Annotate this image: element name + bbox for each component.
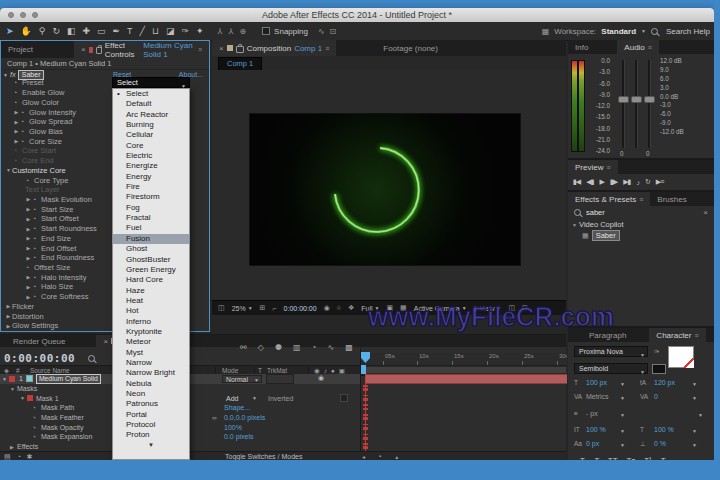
tab-brushes[interactable]: Brushes: [650, 192, 693, 206]
tab-effects-presets[interactable]: Effects & Presets ≡: [568, 192, 650, 206]
menu-item[interactable]: Fire: [113, 182, 189, 192]
eyedropper-icon[interactable]: ✑: [654, 348, 659, 356]
menu-item[interactable]: Haze: [113, 286, 189, 296]
timeline-search-icon[interactable]: [88, 355, 95, 362]
stopwatch-icon[interactable]: ◔: [25, 264, 34, 271]
menu-item[interactable]: Core: [113, 141, 189, 151]
timeline-zoom-slider[interactable]: ▪: [379, 453, 381, 460]
snapping-checkbox[interactable]: [262, 27, 270, 35]
workspace-select[interactable]: Standard: [601, 27, 636, 36]
minimize-window-button[interactable]: [20, 12, 26, 18]
camera-tool-icon[interactable]: ◧: [67, 22, 76, 40]
tab-info[interactable]: Info: [568, 40, 595, 54]
tab-character[interactable]: Character ≡: [649, 328, 705, 342]
tab-project[interactable]: Project: [1, 41, 40, 58]
chevron-down-icon[interactable]: ▼: [572, 222, 577, 228]
graph-editor-icon[interactable]: ∿: [327, 343, 334, 352]
blend-mode-select[interactable]: Normal ▼: [222, 375, 262, 383]
property-value[interactable]: Shape...: [224, 404, 250, 411]
menu-item[interactable]: Inferno: [113, 317, 189, 327]
audio-slider-knob[interactable]: [618, 96, 629, 103]
expand-arrow-icon[interactable]: ▶: [25, 235, 32, 241]
brainstorm-icon[interactable]: ▩: [345, 343, 353, 352]
zoom-window-button[interactable]: [32, 12, 38, 18]
draft-3d-icon[interactable]: ◇: [258, 343, 264, 352]
stopwatch-icon[interactable]: ◔: [32, 254, 41, 261]
trkmat-box[interactable]: [266, 374, 294, 384]
composition-button-icon[interactable]: ◔: [17, 453, 21, 460]
tab-composition[interactable]: × Composition Comp 1 ≡: [212, 40, 336, 56]
stopwatch-icon[interactable]: ◔: [32, 245, 41, 252]
expand-arrow-icon[interactable]: ▶: [25, 216, 32, 222]
expand-arrow-icon[interactable]: ▼: [5, 167, 12, 173]
close-icon[interactable]: ×: [81, 45, 86, 54]
menu-item[interactable]: Kryptonite: [113, 327, 189, 337]
stopwatch-icon[interactable]: ◔: [32, 433, 41, 440]
kerning-value[interactable]: Metrics: [586, 393, 609, 400]
zoom-tool-icon[interactable]: ⚲: [39, 22, 46, 40]
menu-item[interactable]: Hot: [113, 306, 189, 316]
expand-arrow-icon[interactable]: ▶: [25, 245, 32, 251]
search-help-input[interactable]: Search Help: [666, 27, 710, 36]
panel-menu-icon[interactable]: ≡: [639, 196, 643, 203]
stopwatch-icon[interactable]: ◔: [20, 138, 29, 145]
rotation-tool-icon[interactable]: ↻: [52, 22, 60, 40]
expand-arrow-icon[interactable]: ▶: [10, 444, 17, 450]
font-family-select[interactable]: Proxima Nova ▼: [574, 346, 648, 357]
stopwatch-icon[interactable]: ◔: [32, 293, 41, 300]
menu-item[interactable]: Electric: [113, 151, 189, 161]
horizontal-scale-value[interactable]: 100 %: [654, 426, 674, 433]
scroll-more-icon[interactable]: ▼: [113, 441, 189, 451]
clear-search-icon[interactable]: ×: [703, 208, 708, 217]
play-button[interactable]: ▶: [600, 178, 604, 186]
menu-item[interactable]: Nebula: [113, 379, 189, 389]
tab-audio[interactable]: Audio ≡: [617, 40, 659, 54]
menu-item[interactable]: Arc Reactor: [113, 110, 189, 120]
property-value[interactable]: 0.0 pixels: [224, 433, 254, 440]
stopwatch-icon[interactable]: ◔: [32, 225, 41, 232]
previous-frame-button[interactable]: ◀▮: [586, 178, 593, 186]
tab-preview[interactable]: Preview ≡: [568, 160, 618, 174]
menu-item[interactable]: Neon: [113, 389, 189, 399]
close-window-button[interactable]: [8, 12, 14, 18]
expand-arrow-icon[interactable]: ▶: [25, 255, 32, 261]
tracking-value[interactable]: 0: [654, 393, 658, 400]
effects-result-row[interactable]: ▦ Saber: [568, 230, 714, 241]
expand-arrow-icon[interactable]: ▶: [13, 119, 20, 125]
loop-button[interactable]: ↻: [645, 178, 650, 186]
ram-preview-button[interactable]: ▶≡: [656, 178, 663, 186]
work-area-bar[interactable]: [363, 366, 567, 374]
expand-arrow-icon[interactable]: ▼: [10, 386, 17, 392]
puppet-pin-tool-icon[interactable]: ✦: [196, 22, 204, 40]
stopwatch-icon[interactable]: ◔: [32, 274, 41, 281]
audio-slider-knob[interactable]: [631, 96, 642, 103]
solid-color-swatch[interactable]: [26, 375, 33, 382]
stopwatch-icon[interactable]: ◔: [20, 109, 29, 116]
menu-item[interactable]: Heat: [113, 296, 189, 306]
menu-item[interactable]: Protocol: [113, 420, 189, 430]
stopwatch-icon[interactable]: ◔: [32, 215, 41, 222]
current-time-indicator-line[interactable]: [365, 366, 366, 460]
brush-tool-icon[interactable]: ╱: [140, 22, 145, 40]
roto-brush-tool-icon[interactable]: ✑: [182, 22, 190, 40]
menu-item[interactable]: Meteor: [113, 337, 189, 347]
expand-arrow-icon[interactable]: ▶: [5, 323, 12, 329]
stopwatch-icon[interactable]: ◔: [32, 424, 41, 431]
expand-arrow-icon[interactable]: ▶: [25, 206, 32, 212]
stopwatch-icon[interactable]: ◔: [32, 206, 41, 213]
stopwatch-icon[interactable]: ◔: [13, 89, 22, 96]
panel-menu-icon[interactable]: ≡: [648, 44, 652, 51]
panel-menu-icon[interactable]: ≡: [325, 45, 329, 52]
effects-group-row[interactable]: ▼ Video Copilot: [568, 219, 714, 230]
stopwatch-icon[interactable]: ◔: [32, 283, 41, 290]
pan-behind-tool-icon[interactable]: ✚: [82, 22, 90, 40]
menu-item[interactable]: Burning: [113, 120, 189, 130]
current-time-display[interactable]: 0:00:00:00: [4, 352, 75, 365]
audio-toggle-button[interactable]: ♪: [636, 179, 639, 186]
layer-name[interactable]: Medium Cyan Solid: [36, 374, 101, 384]
stopwatch-icon[interactable]: ◔: [32, 414, 41, 421]
property-value[interactable]: 0.0,0.0 pixels: [224, 414, 265, 421]
leading-value[interactable]: 120 px: [654, 379, 675, 386]
tab-footage[interactable]: Footage (none): [376, 40, 445, 56]
panel-menu-icon[interactable]: ≡: [694, 332, 698, 339]
